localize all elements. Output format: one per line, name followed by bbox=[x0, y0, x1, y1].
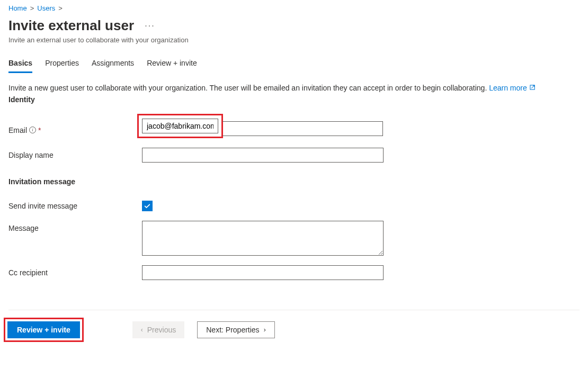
email-input-container bbox=[142, 119, 383, 138]
row-email: Email i * bbox=[8, 119, 580, 138]
breadcrumb-home[interactable]: Home bbox=[8, 4, 27, 12]
row-display-name: Display name bbox=[8, 148, 580, 163]
message-label: Message bbox=[8, 221, 142, 232]
section-invitation-header: Invitation message bbox=[8, 177, 580, 186]
intro-text-row: Invite a new guest user to collaborate w… bbox=[8, 84, 580, 92]
highlight-email bbox=[137, 114, 223, 138]
required-asterisk: * bbox=[38, 126, 41, 134]
tab-assignments[interactable]: Assignments bbox=[92, 57, 134, 73]
cc-recipient-input[interactable] bbox=[142, 265, 384, 280]
send-invite-label: Send invite message bbox=[8, 202, 142, 210]
review-invite-button[interactable]: Review + invite bbox=[7, 321, 80, 338]
display-name-label: Display name bbox=[8, 148, 142, 159]
cc-recipient-label: Cc recipient bbox=[8, 265, 142, 277]
send-invite-checkbox[interactable] bbox=[142, 201, 153, 211]
intro-text: Invite a new guest user to collaborate w… bbox=[8, 84, 487, 92]
check-icon bbox=[144, 202, 151, 210]
previous-label: Previous bbox=[147, 326, 176, 334]
email-label-text: Email bbox=[8, 126, 27, 134]
info-icon[interactable]: i bbox=[29, 127, 36, 133]
message-textarea[interactable] bbox=[142, 221, 384, 256]
breadcrumb: Home > Users > bbox=[8, 4, 580, 12]
row-send-invite: Send invite message bbox=[8, 201, 580, 211]
next-properties-button[interactable]: Next: Properties › bbox=[197, 321, 274, 338]
chevron-right-icon: › bbox=[264, 326, 266, 334]
row-cc-recipient: Cc recipient bbox=[8, 265, 580, 280]
more-actions-button[interactable]: ··· bbox=[142, 19, 157, 33]
section-identity-header: Identity bbox=[8, 95, 580, 104]
external-link-icon bbox=[529, 84, 536, 92]
email-input-extension[interactable] bbox=[222, 121, 383, 136]
tab-review-invite[interactable]: Review + invite bbox=[147, 57, 197, 73]
email-label: Email i * bbox=[8, 123, 142, 134]
page-subtitle: Invite an external user to collaborate w… bbox=[8, 36, 580, 44]
breadcrumb-users[interactable]: Users bbox=[37, 4, 55, 12]
next-label: Next: Properties bbox=[206, 326, 259, 334]
email-input[interactable] bbox=[142, 119, 218, 133]
ellipsis-icon: ··· bbox=[145, 21, 155, 31]
highlight-review-invite: Review + invite bbox=[4, 318, 84, 342]
chevron-right-icon: > bbox=[30, 4, 34, 12]
display-name-input[interactable] bbox=[142, 148, 384, 163]
tab-properties[interactable]: Properties bbox=[45, 57, 79, 73]
learn-more-link[interactable]: Learn more bbox=[489, 84, 536, 92]
tab-basics[interactable]: Basics bbox=[8, 57, 32, 73]
chevron-left-icon: ‹ bbox=[141, 326, 143, 334]
row-message: Message bbox=[8, 221, 580, 256]
footer-row: Review + invite ‹ Previous Next: Propert… bbox=[8, 318, 580, 342]
chevron-right-icon: > bbox=[58, 4, 63, 12]
footer-separator bbox=[8, 310, 580, 310]
tabs: Basics Properties Assignments Review + i… bbox=[8, 57, 580, 73]
title-row: Invite external user ··· bbox=[8, 17, 580, 34]
learn-more-label: Learn more bbox=[489, 84, 527, 92]
page-title: Invite external user bbox=[8, 17, 134, 34]
send-invite-checkbox-wrap bbox=[142, 201, 153, 211]
previous-button: ‹ Previous bbox=[132, 321, 184, 338]
